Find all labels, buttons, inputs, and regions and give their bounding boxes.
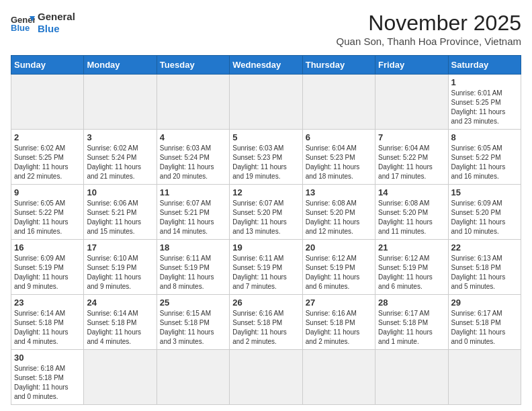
calendar-cell: 29Sunrise: 6:17 AM Sunset: 5:18 PM Dayli… — [448, 295, 521, 350]
day-info: Sunrise: 6:16 AM Sunset: 5:18 PM Dayligh… — [232, 309, 299, 347]
day-number: 13 — [306, 187, 372, 197]
calendar-cell — [375, 350, 448, 405]
calendar-cell — [157, 75, 229, 130]
day-number: 5 — [232, 132, 299, 142]
calendar-cell: 26Sunrise: 6:16 AM Sunset: 5:18 PM Dayli… — [230, 295, 302, 350]
day-info: Sunrise: 6:07 AM Sunset: 5:21 PM Dayligh… — [160, 199, 226, 236]
calendar-cell: 12Sunrise: 6:07 AM Sunset: 5:20 PM Dayli… — [230, 185, 302, 240]
day-number: 23 — [14, 298, 81, 308]
day-number: 4 — [160, 132, 226, 142]
calendar-cell: 25Sunrise: 6:15 AM Sunset: 5:18 PM Dayli… — [157, 295, 229, 350]
calendar-cell: 18Sunrise: 6:11 AM Sunset: 5:19 PM Dayli… — [157, 240, 229, 295]
calendar-week-3: 16Sunrise: 6:09 AM Sunset: 5:19 PM Dayli… — [11, 240, 521, 295]
svg-text:Blue: Blue — [11, 23, 30, 32]
day-info: Sunrise: 6:02 AM Sunset: 5:25 PM Dayligh… — [14, 144, 81, 181]
day-info: Sunrise: 6:12 AM Sunset: 5:19 PM Dayligh… — [378, 254, 445, 291]
day-info: Sunrise: 6:14 AM Sunset: 5:18 PM Dayligh… — [87, 309, 153, 347]
calendar-cell: 30Sunrise: 6:18 AM Sunset: 5:18 PM Dayli… — [11, 350, 84, 405]
day-info: Sunrise: 6:08 AM Sunset: 5:20 PM Dayligh… — [306, 199, 372, 236]
calendar-cell: 22Sunrise: 6:13 AM Sunset: 5:18 PM Dayli… — [448, 240, 521, 295]
calendar-cell — [375, 75, 448, 130]
calendar-cell: 7Sunrise: 6:04 AM Sunset: 5:22 PM Daylig… — [375, 130, 448, 185]
day-number: 20 — [306, 242, 372, 253]
day-number: 3 — [87, 132, 153, 142]
calendar-cell: 3Sunrise: 6:02 AM Sunset: 5:24 PM Daylig… — [84, 130, 157, 185]
calendar-week-0: 1Sunrise: 6:01 AM Sunset: 5:25 PM Daylig… — [11, 75, 521, 130]
day-info: Sunrise: 6:18 AM Sunset: 5:18 PM Dayligh… — [14, 364, 81, 402]
day-number: 16 — [14, 242, 81, 253]
calendar-cell: 1Sunrise: 6:01 AM Sunset: 5:25 PM Daylig… — [448, 75, 521, 130]
col-header-tuesday: Tuesday — [157, 56, 229, 75]
calendar-cell — [157, 350, 229, 405]
calendar-cell — [84, 350, 157, 405]
day-number: 24 — [87, 298, 153, 308]
calendar-week-2: 9Sunrise: 6:05 AM Sunset: 5:22 PM Daylig… — [11, 185, 521, 240]
calendar-cell — [302, 75, 375, 130]
calendar-cell: 17Sunrise: 6:10 AM Sunset: 5:19 PM Dayli… — [84, 240, 157, 295]
day-info: Sunrise: 6:09 AM Sunset: 5:19 PM Dayligh… — [14, 254, 81, 291]
day-info: Sunrise: 6:12 AM Sunset: 5:19 PM Dayligh… — [306, 254, 372, 291]
calendar-week-4: 23Sunrise: 6:14 AM Sunset: 5:18 PM Dayli… — [11, 295, 521, 350]
calendar-cell: 15Sunrise: 6:09 AM Sunset: 5:20 PM Dayli… — [448, 185, 521, 240]
day-number: 28 — [378, 298, 445, 308]
day-info: Sunrise: 6:07 AM Sunset: 5:20 PM Dayligh… — [232, 199, 299, 236]
location: Quan Son, Thanh Hoa Province, Vietnam — [337, 36, 521, 47]
day-number: 11 — [160, 187, 226, 197]
day-info: Sunrise: 6:03 AM Sunset: 5:24 PM Dayligh… — [160, 144, 226, 181]
day-number: 25 — [160, 298, 226, 308]
title-block: November 2025 Quan Son, Thanh Hoa Provin… — [337, 11, 521, 47]
calendar-cell: 11Sunrise: 6:07 AM Sunset: 5:21 PM Dayli… — [157, 185, 229, 240]
day-number: 27 — [306, 298, 372, 308]
calendar-cell: 27Sunrise: 6:16 AM Sunset: 5:18 PM Dayli… — [302, 295, 375, 350]
day-number: 29 — [451, 298, 518, 308]
day-number: 9 — [14, 187, 81, 197]
day-info: Sunrise: 6:05 AM Sunset: 5:22 PM Dayligh… — [14, 199, 81, 236]
day-number: 18 — [160, 242, 226, 253]
calendar-cell: 19Sunrise: 6:11 AM Sunset: 5:19 PM Dayli… — [230, 240, 302, 295]
day-info: Sunrise: 6:17 AM Sunset: 5:18 PM Dayligh… — [451, 309, 518, 347]
day-info: Sunrise: 6:17 AM Sunset: 5:18 PM Dayligh… — [378, 309, 445, 347]
day-number: 21 — [378, 242, 445, 253]
day-number: 30 — [14, 353, 81, 363]
calendar-header-row: SundayMondayTuesdayWednesdayThursdayFrid… — [11, 56, 521, 75]
day-number: 12 — [232, 187, 299, 197]
calendar-cell: 4Sunrise: 6:03 AM Sunset: 5:24 PM Daylig… — [157, 130, 229, 185]
day-number: 19 — [232, 242, 299, 253]
calendar-cell: 2Sunrise: 6:02 AM Sunset: 5:25 PM Daylig… — [11, 130, 84, 185]
calendar-week-5: 30Sunrise: 6:18 AM Sunset: 5:18 PM Dayli… — [11, 350, 521, 405]
day-info: Sunrise: 6:14 AM Sunset: 5:18 PM Dayligh… — [14, 309, 81, 347]
calendar-cell: 5Sunrise: 6:03 AM Sunset: 5:23 PM Daylig… — [230, 130, 302, 185]
day-info: Sunrise: 6:15 AM Sunset: 5:18 PM Dayligh… — [160, 309, 226, 347]
col-header-thursday: Thursday — [302, 56, 375, 75]
calendar-cell — [230, 350, 302, 405]
day-info: Sunrise: 6:11 AM Sunset: 5:19 PM Dayligh… — [160, 254, 226, 291]
day-info: Sunrise: 6:08 AM Sunset: 5:20 PM Dayligh… — [378, 199, 445, 236]
logo-icon: General Blue — [11, 13, 35, 32]
day-info: Sunrise: 6:05 AM Sunset: 5:22 PM Dayligh… — [451, 144, 518, 181]
calendar-cell: 28Sunrise: 6:17 AM Sunset: 5:18 PM Dayli… — [375, 295, 448, 350]
col-header-saturday: Saturday — [448, 56, 521, 75]
day-info: Sunrise: 6:10 AM Sunset: 5:19 PM Dayligh… — [87, 254, 153, 291]
logo: General Blue General Blue — [11, 11, 75, 35]
month-title: November 2025 — [337, 11, 521, 36]
col-header-monday: Monday — [84, 56, 157, 75]
day-info: Sunrise: 6:09 AM Sunset: 5:20 PM Dayligh… — [451, 199, 518, 236]
calendar-cell — [448, 350, 521, 405]
day-number: 6 — [306, 132, 372, 142]
day-info: Sunrise: 6:04 AM Sunset: 5:22 PM Dayligh… — [378, 144, 445, 181]
day-info: Sunrise: 6:06 AM Sunset: 5:21 PM Dayligh… — [87, 199, 153, 236]
calendar-cell: 10Sunrise: 6:06 AM Sunset: 5:21 PM Dayli… — [84, 185, 157, 240]
calendar-cell: 9Sunrise: 6:05 AM Sunset: 5:22 PM Daylig… — [11, 185, 84, 240]
day-info: Sunrise: 6:16 AM Sunset: 5:18 PM Dayligh… — [306, 309, 372, 347]
calendar-cell — [302, 350, 375, 405]
calendar-cell: 24Sunrise: 6:14 AM Sunset: 5:18 PM Dayli… — [84, 295, 157, 350]
day-number: 7 — [378, 132, 445, 142]
day-number: 14 — [378, 187, 445, 197]
day-number: 15 — [451, 187, 518, 197]
day-number: 8 — [451, 132, 518, 142]
day-info: Sunrise: 6:03 AM Sunset: 5:23 PM Dayligh… — [232, 144, 299, 181]
calendar-cell — [84, 75, 157, 130]
day-number: 26 — [232, 298, 299, 308]
day-number: 22 — [451, 242, 518, 253]
day-number: 10 — [87, 187, 153, 197]
